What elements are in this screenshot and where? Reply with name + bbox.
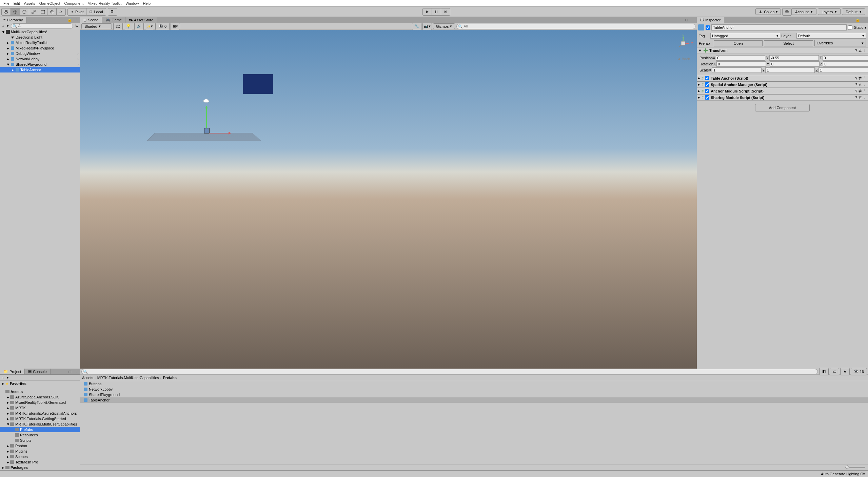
breadcrumb-item[interactable]: MRTK.Tutorials.MultiUserCapabilities — [97, 376, 159, 380]
rect-tool[interactable] — [38, 8, 47, 16]
menu-file[interactable]: File — [1, 1, 12, 5]
project-folder[interactable]: Resources — [0, 432, 80, 438]
tag-dropdown[interactable]: Untagged▾ — [710, 33, 780, 39]
pause-button[interactable] — [432, 8, 441, 16]
filter-label-button[interactable]: 🏷 — [830, 368, 839, 375]
transform-tool[interactable] — [47, 8, 57, 16]
favorites-row[interactable]: ▸★ Favorites — [0, 381, 80, 386]
project-folder[interactable]: ▸Packages — [0, 465, 80, 470]
lock-icon[interactable]: 🔓 — [67, 18, 73, 22]
position-x[interactable] — [716, 55, 765, 61]
hierarchy-item[interactable]: ▸NetworkLobby› — [0, 56, 80, 62]
prefab-open-button[interactable]: Open — [714, 40, 763, 46]
project-folder[interactable]: ▸AzureSpatialAnchors.SDK — [0, 394, 80, 400]
project-search[interactable]: 🔍 — [81, 369, 818, 374]
add-component-button[interactable]: Add Component — [755, 104, 810, 111]
menu-component[interactable]: Component — [62, 1, 85, 5]
move-tool[interactable] — [11, 8, 20, 16]
project-folder[interactable]: ▼MRTK.Tutorials.MultiUserCapabilities — [0, 421, 80, 427]
grid-toggle[interactable]: ⊞▾ — [171, 23, 180, 30]
project-tab[interactable]: 📁Project — [0, 369, 25, 374]
breadcrumb-item[interactable]: Assets — [82, 376, 93, 380]
asset-item[interactable]: TableAnchor — [80, 397, 868, 403]
hidden-count[interactable]: 👁‍🗨16 — [851, 368, 867, 375]
project-folder[interactable]: ▸Plugins — [0, 449, 80, 454]
scene-viewport[interactable]: y x ◄ Back — [80, 30, 697, 369]
hierarchy-search[interactable]: 🔍 All — [11, 23, 73, 29]
component-header[interactable]: ▸#Table Anchor (Script)?⇄⋮ — [697, 75, 868, 81]
component-header[interactable]: ▸#Spatial Anchor Manager (Script)?⇄⋮ — [697, 81, 868, 88]
project-folder[interactable]: Assets — [0, 389, 80, 394]
hierarchy-item[interactable]: ▸TableAnchor› — [0, 67, 80, 72]
layers-dropdown[interactable]: Layers▾ — [818, 8, 841, 15]
hierarchy-item[interactable]: ☀Directional Light — [0, 35, 80, 40]
tab-scene[interactable]: ⊞Scene — [80, 17, 102, 23]
menu-icon[interactable]: ⋮ — [863, 48, 867, 53]
hidden-toggle[interactable]: 👁‍🗨0 — [155, 23, 170, 30]
cloud-button[interactable] — [782, 8, 792, 16]
account-dropdown[interactable]: Account▾ — [791, 8, 816, 15]
zoom-slider[interactable] — [845, 467, 865, 468]
position-z[interactable] — [823, 55, 868, 61]
scene-back-button[interactable]: ◄ Back — [677, 57, 690, 61]
asset-item[interactable]: Buttons — [80, 381, 868, 387]
create-dropdown[interactable]: ▾ — [6, 375, 9, 380]
prefab-overrides-dropdown[interactable]: Overrides▾ — [814, 40, 866, 46]
inspector-tab[interactable]: ⓘInspector — [697, 17, 724, 23]
transform-header[interactable]: ▼ Transform ? ⇄ ⋮ — [697, 47, 868, 54]
scene-search[interactable]: 🔍 All — [456, 24, 695, 29]
hand-tool[interactable] — [1, 8, 11, 16]
rotate-tool[interactable] — [20, 8, 29, 16]
project-folder[interactable]: ▸Photon — [0, 443, 80, 449]
menu-window[interactable]: Window — [123, 1, 141, 5]
create-button[interactable]: + — [1, 376, 5, 380]
camera-toggle[interactable]: 📷▾ — [422, 23, 432, 30]
project-folder[interactable]: ▸Scenes — [0, 454, 80, 459]
help-icon[interactable]: ? — [855, 48, 857, 53]
pivot-toggle[interactable]: Pivot — [67, 8, 86, 16]
project-folder[interactable]: ▸MRTK — [0, 405, 80, 411]
2d-toggle[interactable]: 2D — [113, 23, 123, 30]
layer-dropdown[interactable]: Default▾ — [796, 33, 866, 39]
tab-assetstore[interactable]: 🛍Asset Store — [125, 17, 157, 23]
layout-dropdown[interactable]: Default▾ — [842, 8, 865, 15]
hierarchy-item[interactable]: ▼MultiUserCapabilities* — [0, 29, 80, 35]
menu-gameobject[interactable]: GameObject — [37, 1, 62, 5]
prefab-select-button[interactable]: Select — [764, 40, 813, 46]
move-gizmo-x[interactable] — [209, 133, 229, 133]
menu-assets[interactable]: Assets — [22, 1, 37, 5]
menu-icon[interactable]: ⋮ — [861, 18, 867, 22]
chevron-down-icon[interactable]: ▾ — [865, 25, 867, 30]
gizmos-dropdown[interactable]: Gizmos▾ — [433, 23, 455, 29]
menu-icon[interactable]: ⋮ — [73, 369, 79, 374]
active-checkbox[interactable] — [706, 25, 710, 30]
hierarchy-item[interactable]: ▸DebugWindow› — [0, 51, 80, 56]
asset-item[interactable]: SharedPlayground — [80, 392, 868, 397]
hierarchy-item[interactable]: ▸MixedRealityPlayspace — [0, 45, 80, 51]
create-dropdown[interactable]: ▾ — [6, 24, 9, 28]
scale-tool[interactable] — [29, 8, 38, 16]
component-header[interactable]: ▸#Anchor Module Script (Script)?⇄⋮ — [697, 88, 868, 94]
create-button[interactable]: + — [1, 24, 5, 28]
step-button[interactable] — [441, 8, 450, 16]
lighting-toggle[interactable]: 💡 — [124, 23, 133, 30]
menu-edit[interactable]: Edit — [12, 1, 22, 5]
project-folder[interactable]: ▸MixedRealityToolkit.Generated — [0, 400, 80, 405]
audio-toggle[interactable]: 🔊 — [134, 23, 144, 30]
lock-icon[interactable]: 🔓 — [855, 18, 861, 22]
name-field[interactable] — [711, 24, 847, 30]
fx-toggle[interactable]: ✨▾ — [145, 23, 154, 30]
snap-toggle[interactable] — [108, 8, 117, 16]
menu-mrtk[interactable]: Mixed Reality Toolkit — [85, 1, 123, 5]
asset-item[interactable]: NetworkLobby — [80, 387, 868, 392]
hierarchy-tab[interactable]: ≡Hierarchy — [0, 17, 27, 23]
play-button[interactable] — [422, 8, 432, 16]
hierarchy-item[interactable]: ▸MixedRealityToolkit — [0, 40, 80, 45]
static-checkbox[interactable] — [848, 25, 852, 30]
sort-button[interactable]: ⇅ — [74, 24, 79, 28]
collab-button[interactable]: Collab▾ — [755, 8, 781, 15]
hierarchy-item[interactable]: ▼SharedPlayground› — [0, 62, 80, 67]
tools-toggle[interactable]: 🔧 — [412, 23, 421, 30]
custom-tool[interactable] — [56, 8, 66, 16]
filter-type-button[interactable]: ◧ — [819, 368, 829, 375]
